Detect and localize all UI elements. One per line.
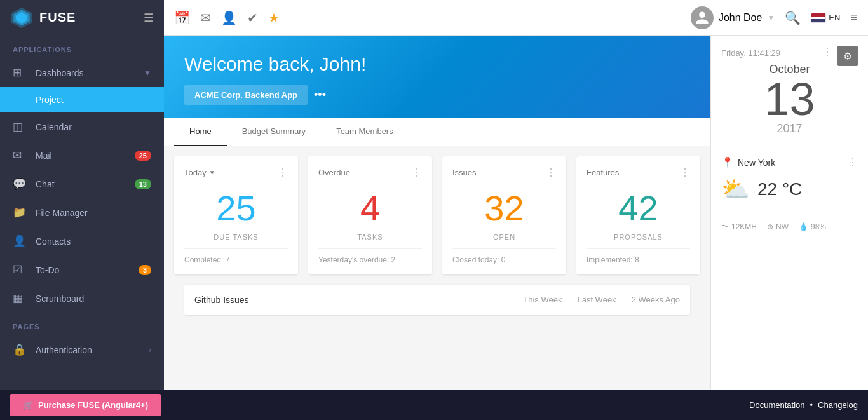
card-dots-icon[interactable]: ⋮ [412, 166, 422, 179]
compass-icon: ⊕ [767, 222, 773, 231]
project-dots-icon[interactable]: ••• [314, 88, 326, 102]
separator: • [810, 400, 813, 410]
temperature-display: 22 °C [757, 179, 802, 200]
sidebar-item-label: Mail [36, 151, 135, 161]
search-icon[interactable]: 🔍 [785, 10, 801, 25]
tab-home[interactable]: Home [174, 118, 227, 146]
wind-direction-value: NW [776, 222, 789, 231]
sidebar-item-project[interactable]: Project [0, 87, 164, 112]
tab-team-members[interactable]: Team Members [321, 118, 409, 146]
github-tab-this-week[interactable]: This Week [523, 295, 562, 304]
humidity-icon: 💧 [799, 222, 808, 231]
sidebar-item-label: Dashboards [36, 68, 144, 78]
tabs-bar: Home Budget Summary Team Members [164, 118, 710, 146]
sidebar-section-applications: APPLICATIONS [0, 36, 164, 58]
overdue-title: Overdue [318, 168, 350, 177]
sidebar-item-label: Authentication [36, 345, 149, 355]
sidebar-section-pages: PAGES [0, 313, 164, 335]
sidebar-item-dashboards[interactable]: ⊞ Dashboards ▼ [0, 58, 164, 87]
wind-icon: 〜 [721, 221, 729, 232]
user-chevron-icon: ▼ [767, 13, 775, 22]
sidebar-item-authentication[interactable]: 🔒 Authentication › [0, 335, 164, 364]
gear-button[interactable]: ⚙ [837, 46, 858, 66]
overdue-footer: Yesterday's overdue: 2 [318, 248, 422, 264]
issues-label-text: OPEN [452, 233, 556, 241]
chevron-right-icon: › [149, 346, 151, 355]
github-tab-2weeks-ago[interactable]: 2 Weeks Ago [632, 295, 680, 304]
location-name: New York [738, 158, 844, 168]
changelog-link[interactable]: Changelog [818, 400, 858, 410]
sidebar-item-label: Project [36, 95, 151, 105]
sidebar-item-file-manager[interactable]: 📁 File Manager [0, 198, 164, 227]
year-display: 2017 [721, 122, 858, 135]
tasks-icon[interactable]: ✔ [247, 10, 258, 25]
today-count: 25 [184, 184, 288, 233]
sidebar: APPLICATIONS ⊞ Dashboards ▼ Project ◫ Ca… [0, 36, 164, 390]
hero-banner: Welcome back, John! ACME Corp. Backend A… [164, 36, 710, 118]
sidebar-item-calendar[interactable]: ◫ Calendar [0, 112, 164, 141]
sidebar-item-contacts[interactable]: 👤 Contacts [0, 227, 164, 255]
sidebar-item-label: Contacts [36, 236, 151, 247]
issues-title: Issues [452, 168, 477, 177]
mail-sidebar-icon: ✉ [13, 149, 27, 162]
card-today: Today ▼ ⋮ 25 DUE TASKS Completed: 7 [174, 156, 298, 274]
humidity-stat: 💧 98% [799, 221, 826, 232]
sidebar-item-chat[interactable]: 💬 Chat 13 [0, 170, 164, 198]
date-dots-icon[interactable]: ⋮ [822, 46, 832, 58]
purchase-label: Purchase FUSE (Angular4+) [38, 400, 148, 410]
sidebar-item-label: Scrumboard [36, 294, 151, 304]
mail-icon[interactable]: ✉ [200, 10, 211, 25]
wind-direction-stat: ⊕ NW [767, 221, 789, 232]
cards-area: Today ▼ ⋮ 25 DUE TASKS Completed: 7 Over… [164, 146, 710, 285]
dashboards-icon: ⊞ [13, 66, 27, 79]
chat-sidebar-icon: 💬 [13, 177, 27, 191]
language-selector[interactable]: EN [811, 13, 840, 23]
sidebar-item-mail[interactable]: ✉ Mail 25 [0, 141, 164, 170]
card-dots-icon[interactable]: ⋮ [546, 166, 556, 179]
calendar-icon[interactable]: 📅 [174, 10, 190, 25]
right-panel: Friday, 11:41:29 ⋮ ⚙ October 13 2017 📍 N… [710, 36, 868, 390]
sidebar-item-todo[interactable]: ☑ To-Do 3 [0, 255, 164, 284]
avatar [691, 6, 714, 29]
wind-speed-stat: 〜 12KMH [721, 221, 757, 232]
github-issues-title: Github Issues [194, 295, 523, 305]
issues-footer: Closed today: 0 [452, 248, 556, 264]
bottom-links: Documentation • Changelog [749, 400, 858, 410]
contact-icon[interactable]: 👤 [221, 10, 237, 25]
purchase-button[interactable]: 🛒 Purchase FUSE (Angular4+) [10, 394, 161, 416]
today-label-text: DUE TASKS [184, 233, 288, 241]
bottom-bar: 🛒 Purchase FUSE (Angular4+) Documentatio… [0, 390, 868, 420]
card-dots-icon[interactable]: ⋮ [680, 166, 690, 179]
today-dropdown[interactable]: Today ▼ [184, 168, 215, 177]
overdue-label-text: TASKS [318, 233, 422, 241]
sidebar-item-scrumboard[interactable]: ▦ Scrumboard [0, 284, 164, 313]
weather-cloud-icon: ⛅ [721, 176, 750, 203]
menu-lines-icon[interactable]: ≡ [850, 10, 858, 25]
project-button[interactable]: ACME Corp. Backend App [184, 85, 308, 105]
scrumboard-icon: ▦ [13, 292, 27, 305]
hamburger-menu[interactable]: ☰ [144, 11, 154, 25]
cart-icon: 🛒 [23, 400, 33, 410]
features-label-text: PROPOSALS [587, 233, 690, 241]
welcome-title: Welcome back, John! [184, 53, 690, 75]
documentation-link[interactable]: Documentation [749, 400, 804, 410]
overdue-count: 4 [318, 184, 422, 233]
chat-badge: 13 [135, 179, 151, 189]
calendar-sidebar-icon: ◫ [13, 120, 27, 133]
user-menu[interactable]: John Doe ▼ [691, 6, 775, 29]
card-features: Features ⋮ 42 PROPOSALS Implemented: 8 [576, 156, 700, 274]
favorites-icon[interactable]: ★ [268, 10, 280, 25]
github-tab-last-week[interactable]: Last Week [577, 295, 616, 304]
datetime-display: Friday, 11:41:29 [721, 48, 780, 58]
dropdown-arrow-icon: ▼ [209, 169, 215, 176]
weather-dots-icon[interactable]: ⋮ [848, 156, 858, 168]
humidity-value: 98% [811, 222, 826, 231]
language-label: EN [829, 13, 840, 22]
tab-budget-summary[interactable]: Budget Summary [227, 118, 321, 146]
card-issues: Issues ⋮ 32 OPEN Closed today: 0 [442, 156, 566, 274]
app-name: FUSE [39, 10, 144, 25]
features-count: 42 [587, 184, 690, 233]
chevron-down-icon: ▼ [144, 69, 151, 78]
weather-section: 📍 New York ⋮ ⛅ 22 °C 〜 12KMH ⊕ NW 💧 [711, 146, 868, 390]
card-dots-icon[interactable]: ⋮ [278, 166, 288, 179]
